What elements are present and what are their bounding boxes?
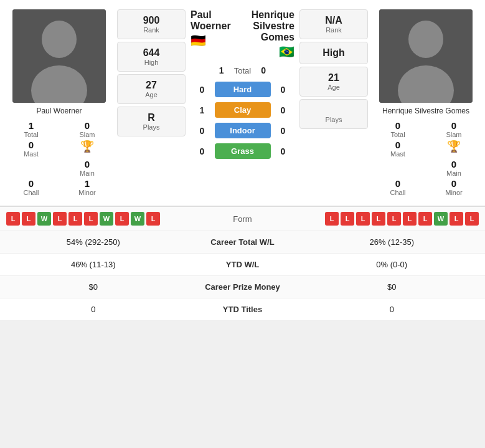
form-badge: L <box>356 212 370 226</box>
form-badge: L <box>68 212 82 226</box>
player2-total-value: 0 <box>395 120 400 131</box>
ytd-titles-label: YTD Titles <box>181 305 305 314</box>
form-badge: L <box>418 212 432 226</box>
player2-trophy-icon: 🏆 <box>447 140 461 153</box>
player2-total-label: Total <box>390 131 405 138</box>
player1-high-label: High <box>120 59 182 66</box>
player1-main-outer: 0 Main <box>62 159 112 177</box>
player2-slam-cell: 0 Slam <box>429 120 479 138</box>
clay-score-right: 0 <box>277 105 290 115</box>
player2-slam-value: 0 <box>451 120 456 131</box>
player1-chall-cell: 0 Chall <box>6 178 56 196</box>
player2-plays-value <box>303 105 365 116</box>
form-badge: L <box>6 212 20 226</box>
player1-total-value: 1 <box>29 120 34 131</box>
career-total-label: Career Total W/L <box>181 237 305 247</box>
player1-age-label: Age <box>120 91 182 98</box>
player1-minor-label: Minor <box>78 189 96 196</box>
player2-high-value: High <box>303 47 365 59</box>
player1-rank-box: 900 Rank <box>117 9 186 39</box>
player2-main-label: Main <box>446 169 461 177</box>
clay-score-left: 1 <box>196 105 209 115</box>
player1-plays-value: R <box>120 112 182 123</box>
player1-high-value: 644 <box>120 47 182 59</box>
main-container: Paul Woerner 1 Total 0 Slam 0 Mast 🏆 <box>0 0 485 321</box>
player1-middle-stats: 900 Rank 644 High 27 Age R Plays <box>117 9 186 196</box>
player1-rank-value: 900 <box>120 15 182 26</box>
player2-flag: 🇧🇷 <box>237 44 294 59</box>
prize-left: $0 <box>6 282 181 292</box>
player1-slam-cell: 0 Slam <box>62 120 112 138</box>
form-badge: L <box>22 212 35 226</box>
form-badge: W <box>434 212 448 226</box>
ytd-wl-left: 46% (11-13) <box>6 260 181 269</box>
player1-age-box: 27 Age <box>117 74 186 104</box>
player2-minor-label: Minor <box>445 189 463 196</box>
career-total-row: 54% (292-250) Career Total W/L 26% (12-3… <box>0 231 485 254</box>
player1-chall-value: 0 <box>29 178 34 189</box>
player2-total-cell: 0 Total <box>373 120 423 138</box>
form-badge: L <box>325 212 339 226</box>
ytd-wl-right: 0% (0-0) <box>305 260 479 269</box>
form-badge: W <box>37 212 51 226</box>
player1-flag: 🇩🇪 <box>191 33 237 48</box>
grass-row: 0 Grass 0 <box>191 143 294 159</box>
form-badge: L <box>450 212 463 226</box>
player-section: Paul Woerner 1 Total 0 Slam 0 Mast 🏆 <box>0 0 485 203</box>
names-and-flags: Paul Woerner 🇩🇪 HenriqueSilvestre Gomes … <box>191 9 294 59</box>
player1-card: Paul Woerner 1 Total 0 Slam 0 Mast 🏆 <box>6 9 112 196</box>
player1-total-cell: 1 Total <box>6 120 56 138</box>
bottom-section: LLWLLLWLWL Form LLLLLLLWLL 54% (292-250)… <box>0 206 485 321</box>
player2-age-value: 21 <box>303 72 365 83</box>
clay-row: 1 Clay 0 <box>191 102 294 118</box>
player2-rank-value: N/A <box>303 15 365 26</box>
player1-main-label: Main <box>80 169 95 177</box>
player2-form-badges: LLLLLLLWLL <box>280 212 479 226</box>
prize-row: $0 Career Prize Money $0 <box>0 276 485 298</box>
player2-mast-value: 0 <box>395 140 400 150</box>
ytd-titles-row: 0 YTD Titles 0 <box>0 298 485 321</box>
player2-card: Henrique Silvestre Gomes 0 Total 0 Slam … <box>373 9 479 196</box>
total-score-right: 0 <box>257 65 270 75</box>
svg-point-4 <box>408 21 443 58</box>
ytd-wl-label: YTD W/L <box>181 260 305 269</box>
player2-name-block: HenriqueSilvestre Gomes 🇧🇷 <box>237 9 294 59</box>
form-badge: L <box>372 212 385 226</box>
player2-avatar <box>379 9 473 103</box>
career-total-left: 54% (292-250) <box>6 237 181 247</box>
player2-rank-box: N/A Rank <box>299 9 368 39</box>
form-badge: L <box>387 212 401 226</box>
total-label: Total <box>234 66 251 75</box>
indoor-button: Indoor <box>215 123 271 138</box>
player1-slam-label: Slam <box>79 131 95 138</box>
hard-row: 0 Hard 0 <box>191 82 294 97</box>
player2-mast-cell: 0 Mast <box>373 140 423 158</box>
form-badge: L <box>146 212 160 226</box>
player2-chall-label: Chall <box>390 189 405 196</box>
player1-rank-label: Rank <box>120 26 182 34</box>
player1-high-box: 644 High <box>117 42 186 72</box>
player1-trophy-cell: 🏆 <box>62 140 112 158</box>
player1-minor-value: 1 <box>85 178 90 189</box>
player1-mast-cell: 0 Mast <box>6 140 56 158</box>
player2-age-label: Age <box>303 83 365 91</box>
player1-stats-grid: 1 Total 0 Slam 0 Mast 🏆 0 Main <box>6 120 112 196</box>
form-badge: L <box>403 212 417 226</box>
indoor-score-right: 0 <box>277 126 290 136</box>
clay-button: Clay <box>215 102 271 118</box>
form-badge: W <box>100 212 113 226</box>
player1-slam-value: 0 <box>85 120 90 131</box>
form-badge: L <box>465 212 479 226</box>
player1-center-name: Paul Woerner <box>191 9 237 32</box>
center-section: Paul Woerner 🇩🇪 HenriqueSilvestre Gomes … <box>191 9 294 196</box>
player2-main-value: 0 <box>451 159 456 169</box>
player1-name-block: Paul Woerner 🇩🇪 <box>191 9 237 59</box>
form-badge: L <box>53 212 67 226</box>
grass-score-left: 0 <box>196 146 209 156</box>
hard-score-right: 0 <box>277 85 290 95</box>
indoor-score-left: 0 <box>196 126 209 136</box>
player2-plays-box: Plays <box>299 99 368 129</box>
form-badge: L <box>341 212 354 226</box>
player2-chall-value: 0 <box>395 178 400 189</box>
form-badge: W <box>131 212 144 226</box>
